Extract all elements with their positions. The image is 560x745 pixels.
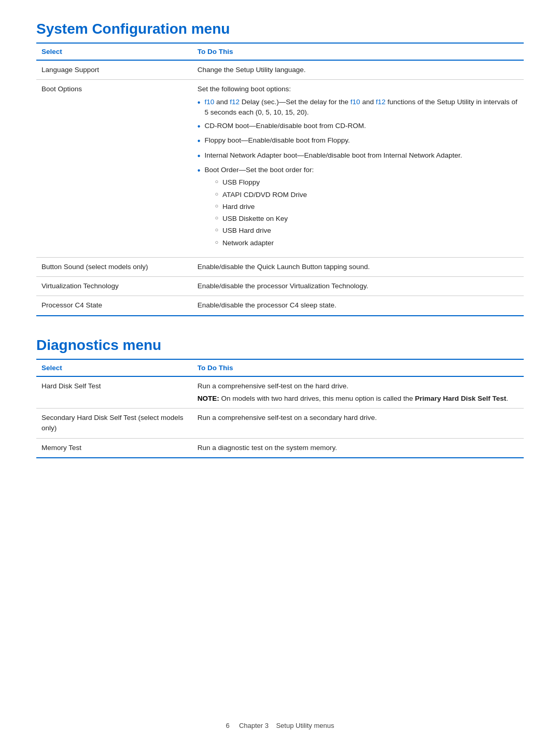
- table-row: Button Sound (select models only) Enable…: [36, 257, 524, 276]
- table-row: Language Support Change the Setup Utilit…: [36, 60, 524, 80]
- list-item: ATAPI CD/DVD ROM Drive: [204, 190, 314, 200]
- select-cell: Secondary Hard Disk Self Test (select mo…: [36, 409, 192, 439]
- todo-cell: Enable/disable the processor C4 sleep st…: [192, 296, 524, 316]
- table-row: Boot Options Set the following boot opti…: [36, 80, 524, 258]
- diagnostics-col-todo: To Do This: [192, 359, 524, 376]
- diagnostics-section: Diagnostics menu Select To Do This Hard …: [36, 337, 524, 458]
- table-row: Hard Disk Self Test Run a comprehensive …: [36, 376, 524, 409]
- system-config-col-select: Select: [36, 43, 192, 60]
- note-block: NOTE: On models with two hard drives, th…: [198, 393, 519, 404]
- list-item: Boot Order—Set the boot order for: USB F…: [198, 165, 519, 250]
- select-cell: Button Sound (select models only): [36, 257, 192, 276]
- select-cell: Language Support: [36, 60, 192, 80]
- todo-cell: Run a comprehensive self-test on a secon…: [192, 409, 524, 439]
- select-cell: Hard Disk Self Test: [36, 376, 192, 409]
- boot-order-text: Boot Order—Set the boot order for: USB F…: [204, 165, 314, 250]
- system-config-table: Select To Do This Language Support Chang…: [36, 43, 524, 316]
- select-cell: Virtualization Technology: [36, 277, 192, 296]
- f12-link-2: f12: [376, 98, 386, 106]
- table-row: Secondary Hard Disk Self Test (select mo…: [36, 409, 524, 439]
- select-cell: Processor C4 State: [36, 296, 192, 316]
- list-item: f10 and f12 Delay (sec.)—Set the delay f…: [198, 97, 519, 118]
- boot-bullets: f10 and f12 Delay (sec.)—Set the delay f…: [198, 97, 519, 250]
- system-config-header-row: Select To Do This: [36, 43, 524, 60]
- list-item: CD-ROM boot—Enable/disable boot from CD-…: [198, 121, 519, 132]
- footer-section: Setup Utility menus: [276, 722, 334, 729]
- note-text: On models with two hard drives, this men…: [221, 395, 509, 402]
- system-config-col-todo: To Do This: [192, 43, 524, 60]
- todo-cell: Enable/disable the Quick Launch Button t…: [192, 257, 524, 276]
- diagnostics-table-wrapper: Select To Do This Hard Disk Self Test Ru…: [36, 359, 524, 458]
- list-item: USB Diskette on Key: [204, 214, 314, 224]
- system-config-section: System Configuration menu Select To Do T…: [36, 21, 524, 316]
- f12-link-1: f12: [230, 98, 240, 106]
- select-cell: Memory Test: [36, 438, 192, 458]
- footer-chapter-label: Chapter 3: [239, 722, 269, 729]
- diagnostics-tbody: Hard Disk Self Test Run a comprehensive …: [36, 376, 524, 458]
- network-adapter-text: Internal Network Adapter boot—Enable/dis…: [204, 150, 462, 161]
- list-item: Network adapter: [204, 238, 314, 248]
- diagnostics-header-row: Select To Do This: [36, 359, 524, 376]
- list-item: Floppy boot—Enable/disable boot from Flo…: [198, 135, 519, 147]
- todo-cell: Change the Setup Utility language.: [192, 60, 524, 80]
- diagnostics-col-select: Select: [36, 359, 192, 376]
- diagnostics-table: Select To Do This Hard Disk Self Test Ru…: [36, 359, 524, 458]
- floppy-text: Floppy boot—Enable/disable boot from Flo…: [204, 135, 349, 146]
- boot-order-sublist: USB Floppy ATAPI CD/DVD ROM Drive Hard d…: [204, 177, 314, 248]
- todo-cell: Enable/disable the processor Virtualizat…: [192, 277, 524, 296]
- todo-cell: Run a diagnostic test on the system memo…: [192, 438, 524, 458]
- list-item: Hard drive: [204, 202, 314, 212]
- system-config-title: System Configuration menu: [36, 21, 524, 37]
- list-item: USB Floppy: [204, 177, 314, 188]
- f10-link-2: f10: [351, 98, 360, 106]
- note-label: NOTE:: [198, 395, 219, 402]
- footer-chapter-number: 6: [226, 722, 230, 729]
- diagnostics-title: Diagnostics menu: [36, 337, 524, 354]
- table-row: Memory Test Run a diagnostic test on the…: [36, 438, 524, 458]
- primary-hd-text: Primary Hard Disk Self Test: [415, 395, 506, 402]
- todo-cell: Set the following boot options: f10 and …: [192, 80, 524, 258]
- table-row: Processor C4 State Enable/disable the pr…: [36, 296, 524, 316]
- system-config-tbody: Language Support Change the Setup Utilit…: [36, 60, 524, 316]
- f10-link-1: f10: [204, 98, 214, 106]
- system-config-table-wrapper: Select To Do This Language Support Chang…: [36, 43, 524, 316]
- f10-f12-delay-text: f10 and f12 Delay (sec.)—Set the delay f…: [204, 97, 519, 118]
- todo-cell: Run a comprehensive self-test on the har…: [192, 376, 524, 409]
- cdrom-text: CD-ROM boot—Enable/disable boot from CD-…: [204, 121, 366, 131]
- list-item: Internal Network Adapter boot—Enable/dis…: [198, 150, 519, 162]
- table-row: Virtualization Technology Enable/disable…: [36, 277, 524, 296]
- select-cell: Boot Options: [36, 80, 192, 258]
- page-footer: 6 Chapter 3 Setup Utility menus: [0, 722, 560, 729]
- list-item: USB Hard drive: [204, 226, 314, 236]
